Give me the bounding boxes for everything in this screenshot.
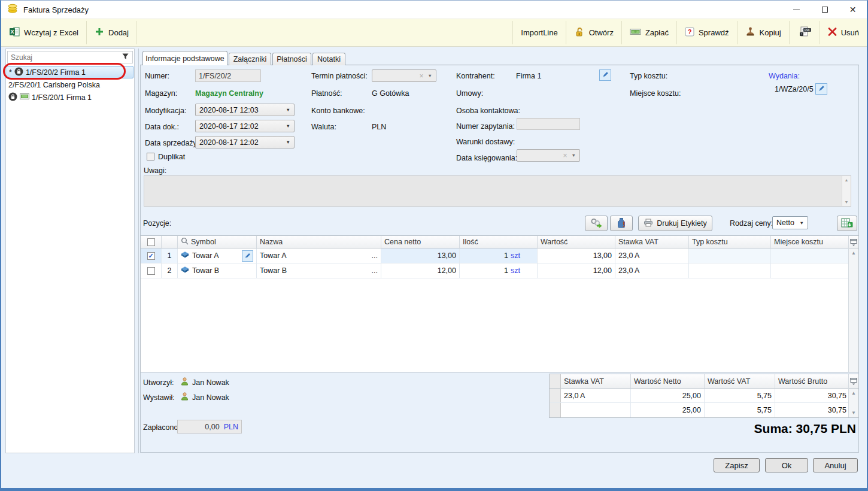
uwagi-textarea[interactable]: ▲ ▼ xyxy=(144,175,851,207)
vat-header-stawka[interactable]: Stawka VAT xyxy=(561,374,631,388)
symbol-edit-button[interactable] xyxy=(242,250,253,262)
header-ilosc[interactable]: Ilość xyxy=(460,236,538,248)
maximize-button[interactable] xyxy=(811,1,839,19)
add-button[interactable]: Dodaj xyxy=(87,19,136,46)
symbol-value: Towar B xyxy=(192,266,219,275)
tab-platnosci[interactable]: Płatności xyxy=(272,53,311,65)
vat-brutto-cell: 30,75 xyxy=(775,403,849,417)
open-button[interactable]: Otwórz xyxy=(566,19,621,46)
vat-header-netto[interactable]: Wartość Netto xyxy=(631,374,705,388)
tab-label: Notatki xyxy=(317,55,341,63)
ilosc-cell[interactable]: 1 szt xyxy=(460,263,538,278)
vat-header-vat[interactable]: Wartość VAT xyxy=(705,374,775,388)
list-item[interactable]: 2/FS/20/1 Carlsberg Polska xyxy=(7,78,133,91)
generate-related-button[interactable] xyxy=(585,216,608,231)
header-stawka-vat[interactable]: Stawka VAT xyxy=(615,236,689,248)
scroll-up-icon[interactable]: ▲ xyxy=(851,389,856,396)
stawka-vat-cell[interactable]: 23,0 A xyxy=(615,248,689,263)
header-miejsce-kosztu[interactable]: Miejsce kosztu xyxy=(771,236,849,248)
suma-value: 30,75 PLN xyxy=(796,422,856,435)
header-label: Cena netto xyxy=(384,238,421,246)
typ-kosztu-cell[interactable] xyxy=(689,248,771,263)
stock-warning-button[interactable]: ! xyxy=(610,216,633,231)
vat-stawka-cell xyxy=(561,403,631,417)
header-cena-netto[interactable]: Cena netto xyxy=(381,236,460,248)
items-grid-header: Symbol Nazwa Cena netto Ilość Wartość St… xyxy=(141,236,858,248)
search-input[interactable] xyxy=(11,53,119,62)
wydania-edit-button[interactable] xyxy=(815,83,827,95)
list-item-selected[interactable]: * 1/FS/20/2 Firma 1 xyxy=(7,66,133,78)
save-button[interactable]: Zapisz xyxy=(714,458,760,472)
row-checkbox-checked[interactable]: ✓ xyxy=(147,252,155,260)
zaplacono-input: 0,00 PLN xyxy=(177,420,242,434)
list-item[interactable]: 1/FS/20/1 Firma 1 xyxy=(7,91,133,104)
splitter[interactable] xyxy=(138,49,139,453)
ilosc-cell[interactable]: 1 szt xyxy=(460,248,538,263)
pay-button[interactable]: Zapłać xyxy=(622,19,676,46)
scroll-up-icon[interactable]: ▲ xyxy=(851,248,856,256)
check-button[interactable]: ? Sprawdź xyxy=(677,19,737,46)
table-row[interactable]: 2 Towar B Towar B ... 12,00 1 szt 12,00 … xyxy=(141,263,858,278)
uwagi-scrollbar[interactable]: ▲ ▼ xyxy=(842,176,851,206)
miejsce-kosztu-cell[interactable] xyxy=(771,263,849,278)
scroll-down-icon[interactable]: ▼ xyxy=(851,410,856,417)
nazwa-cell[interactable]: Towar B ... xyxy=(257,263,381,278)
filter-icon[interactable] xyxy=(122,52,129,63)
chevron-down-icon: ▼ xyxy=(572,153,576,158)
vat-header-brutto[interactable]: Wartość Brutto xyxy=(775,374,849,388)
search-icon xyxy=(181,237,189,247)
tab-notatki[interactable]: Notatki xyxy=(312,53,345,65)
fsk-export-button[interactable]: FSK! xyxy=(790,19,820,46)
rodzaj-ceny-combo[interactable]: Netto ▼ xyxy=(772,216,808,229)
header-typ-kosztu[interactable]: Typ kosztu xyxy=(689,236,771,248)
cena-netto-cell[interactable]: 13,00 xyxy=(381,248,460,263)
typ-kosztu-cell[interactable] xyxy=(689,263,771,278)
data-sprzedazy-combo[interactable]: 2020-08-17 12:02 ▼ xyxy=(195,136,295,148)
scroll-up-icon[interactable]: ▲ xyxy=(845,178,849,182)
data-dok-combo[interactable]: 2020-08-17 12:02 ▼ xyxy=(195,120,295,132)
symbol-cell[interactable]: Towar A xyxy=(178,248,257,263)
header-select-all[interactable] xyxy=(141,236,162,248)
select-all-checkbox[interactable] xyxy=(147,238,155,246)
symbol-cell[interactable]: Towar B xyxy=(178,263,257,278)
row-checkbox[interactable] xyxy=(147,267,155,275)
open-lock-icon xyxy=(574,27,585,38)
modyfikacja-combo[interactable]: 2020-08-17 12:03 ▼ xyxy=(195,104,295,116)
cancel-button[interactable]: Anuluj xyxy=(813,458,858,472)
header-symbol[interactable]: Symbol xyxy=(178,236,257,248)
importline-button[interactable]: ImportLine xyxy=(513,19,565,46)
tab-informacje-podstawowe[interactable]: Informacje podstawowe xyxy=(142,51,227,65)
kontrahent-edit-button[interactable] xyxy=(599,69,611,81)
row-select-cell[interactable] xyxy=(141,263,162,278)
column-chooser-button[interactable] xyxy=(848,236,858,248)
nazwa-cell[interactable]: Towar A ... xyxy=(257,248,381,263)
column-chooser-button[interactable] xyxy=(848,374,858,389)
cena-netto-cell[interactable]: 12,00 xyxy=(381,263,460,278)
print-labels-button[interactable]: Drukuj Etykiety xyxy=(638,216,712,231)
miejsce-kosztu-cell[interactable] xyxy=(771,248,849,263)
ok-button[interactable]: Ok xyxy=(765,458,808,472)
close-button[interactable]: ✕ xyxy=(839,1,867,19)
stawka-vat-value: 23,0 A xyxy=(618,251,639,260)
export-excel-button[interactable] xyxy=(837,216,857,231)
duplikat-checkbox[interactable] xyxy=(147,153,154,160)
header-nazwa[interactable]: Nazwa xyxy=(257,236,381,248)
tab-zalaczniki[interactable]: Załączniki xyxy=(229,53,271,65)
delete-button[interactable]: Usuń xyxy=(820,19,867,46)
ilosc-value: 1 xyxy=(504,251,508,260)
items-scrollbar[interactable]: ▲ xyxy=(848,248,858,372)
header-wartosc[interactable]: Wartość xyxy=(538,236,615,248)
stawka-vat-cell[interactable]: 23,0 A xyxy=(615,263,689,278)
header-label: Nazwa xyxy=(260,238,283,246)
copy-button[interactable]: Kopiuj xyxy=(738,19,789,46)
table-row[interactable]: ✓ 1 Towar A Towar A ... 13,00 1 szt 13,0… xyxy=(141,248,858,263)
scroll-down-icon[interactable]: ▼ xyxy=(845,200,849,204)
question-icon: ? xyxy=(685,27,694,38)
load-excel-button[interactable]: X Wczytaj z Excel xyxy=(1,19,86,46)
vat-scrollbar[interactable]: ▲ ▼ xyxy=(848,389,858,417)
ellipsis-button[interactable]: ... xyxy=(372,266,378,275)
minimize-button[interactable] xyxy=(782,1,811,19)
ellipsis-button[interactable]: ... xyxy=(372,251,378,260)
row-select-cell[interactable]: ✓ xyxy=(141,248,162,263)
numer-value: 1/FS/20/2 xyxy=(199,72,231,80)
